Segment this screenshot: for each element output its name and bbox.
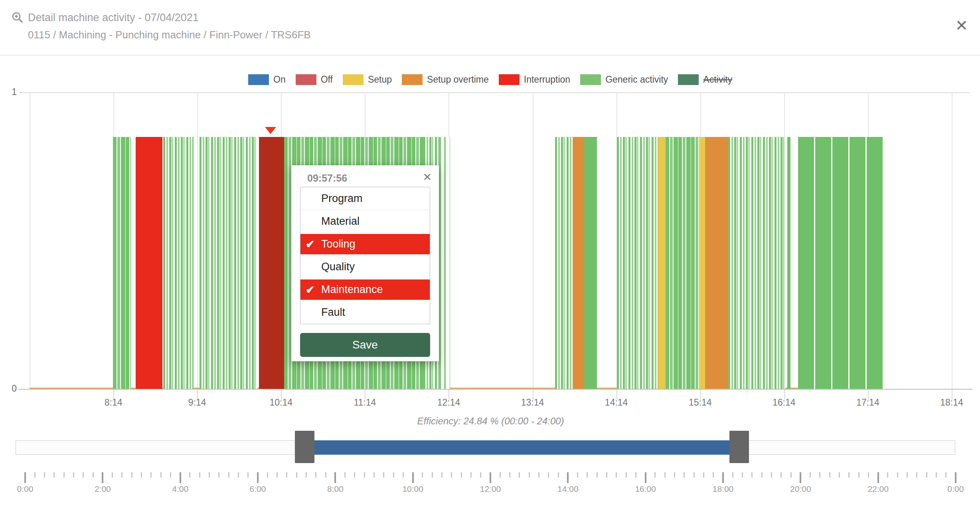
axis-tick [63, 472, 65, 477]
axis-tick [780, 472, 782, 477]
axis-tick [403, 472, 404, 477]
slider-handle-right[interactable] [729, 431, 749, 463]
check-icon: ✔ [306, 283, 315, 296]
axis-tick [334, 472, 336, 483]
legend-item-setup-overtime[interactable]: Setup overtime [402, 74, 489, 85]
reason-item-fault[interactable]: Fault [300, 301, 430, 324]
x-axis-label: 8:14 [105, 397, 122, 408]
bar-segment-generic-activity[interactable] [728, 137, 785, 389]
legend-item-activity[interactable]: Activity [678, 74, 732, 85]
legend-label: Setup [368, 74, 392, 85]
axis-tick [684, 472, 685, 477]
axis-tick [44, 472, 45, 477]
axis-tick [645, 472, 646, 483]
axis-tick [315, 472, 316, 477]
popup-close-button[interactable]: ✕ [421, 169, 433, 185]
axis-tick [761, 472, 763, 477]
bar-segment-generic-activity[interactable] [555, 137, 573, 389]
bar-segment-setup[interactable] [658, 137, 666, 389]
legend-label: Interruption [524, 74, 570, 85]
legend-item-setup[interactable]: Setup [343, 74, 392, 85]
axis-tick [160, 472, 162, 477]
reason-item-material[interactable]: Material [300, 210, 430, 233]
axis-tick [461, 472, 462, 477]
axis-tick [150, 472, 152, 477]
bar-segment-generic-activity[interactable] [584, 137, 597, 389]
x-axis-label: 11:14 [354, 397, 376, 408]
axis-label: 14:00 [557, 484, 579, 494]
y-axis-label-1: 1 [5, 87, 17, 97]
axis-label: 22:00 [867, 484, 889, 494]
axis-tick [800, 472, 801, 483]
bar-segment-interruption-selected[interactable] [259, 137, 284, 389]
axis-tick [616, 472, 617, 477]
x-axis-line [18, 389, 972, 390]
reason-label: Maintenance [321, 283, 383, 296]
bar-segment-generic-activity[interactable] [439, 137, 450, 389]
reason-item-program[interactable]: Program [300, 187, 430, 210]
axis-tick [916, 472, 917, 477]
legend-swatch [248, 74, 269, 85]
axis-tick [83, 472, 84, 477]
reason-item-quality[interactable]: Quality [300, 255, 430, 278]
axis-tick [558, 472, 559, 477]
axis-tick [529, 472, 530, 477]
axis-tick [451, 472, 452, 477]
reason-item-tooling[interactable]: ✔Tooling [300, 233, 430, 255]
axis-tick [102, 472, 103, 483]
legend-item-generic-activity[interactable]: Generic activity [580, 74, 668, 85]
axis-tick [247, 472, 249, 477]
axis-label: 8:00 [327, 484, 344, 494]
bar-segment-setup[interactable] [699, 137, 705, 389]
bar-segment-setup-overtime[interactable] [573, 137, 584, 389]
check-icon: ✔ [306, 238, 315, 251]
bar-segment-generic-activity[interactable] [113, 137, 130, 389]
axis-label: 0:00 [17, 484, 34, 494]
slider-track[interactable] [16, 440, 955, 455]
x-axis-label: 12:14 [437, 397, 460, 408]
bar-segment-interruption[interactable] [136, 137, 162, 389]
axis-tick [577, 472, 578, 477]
bar-segment-generic-activity[interactable] [200, 137, 257, 389]
axis-tick [926, 472, 927, 477]
legend-item-off[interactable]: Off [296, 74, 333, 85]
axis-tick [519, 472, 520, 477]
axis-tick [296, 472, 297, 477]
page-title: Detail machine activity - 07/04/2021 [28, 12, 199, 24]
bar-segment-generic-activity[interactable] [666, 137, 699, 389]
axis-tick [34, 472, 36, 477]
slider-handle-left[interactable] [295, 431, 314, 463]
legend-swatch [678, 74, 699, 85]
axis-tick [790, 472, 792, 477]
bar-segment-generic-activity[interactable] [798, 137, 883, 389]
axis-tick [364, 472, 365, 477]
axis-label: 10:00 [402, 484, 423, 494]
axis-tick [53, 472, 55, 477]
bar-segment-generic-activity[interactable] [617, 137, 658, 389]
axis-tick [674, 472, 675, 477]
bar-segment-setup-overtime[interactable] [705, 137, 729, 389]
axis-tick [189, 472, 190, 477]
axis-tick [228, 472, 229, 477]
bar-segment-generic-activity[interactable] [787, 137, 790, 389]
save-button[interactable]: Save [300, 333, 430, 357]
axis-tick [218, 472, 219, 477]
axis-tick [141, 472, 142, 477]
axis-tick [848, 472, 850, 477]
chart-legend: OnOffSetupSetup overtimeInterruptionGene… [248, 74, 742, 85]
reason-item-maintenance[interactable]: ✔Maintenance [300, 278, 430, 301]
slider-selection[interactable] [314, 440, 729, 455]
axis-tick [877, 472, 879, 483]
x-axis-label: 14:14 [605, 397, 628, 408]
axis-tick [694, 472, 695, 477]
legend-label: Off [321, 74, 333, 85]
axis-label: 16:00 [635, 484, 656, 494]
legend-item-on[interactable]: On [248, 74, 286, 85]
axis-tick [868, 472, 869, 477]
close-button[interactable]: ✕ [952, 16, 971, 35]
legend-item-interruption[interactable]: Interruption [499, 74, 570, 85]
axis-tick [810, 472, 811, 477]
axis-tick [199, 472, 200, 477]
axis-tick [819, 472, 820, 477]
bar-segment-generic-activity[interactable] [163, 137, 194, 389]
